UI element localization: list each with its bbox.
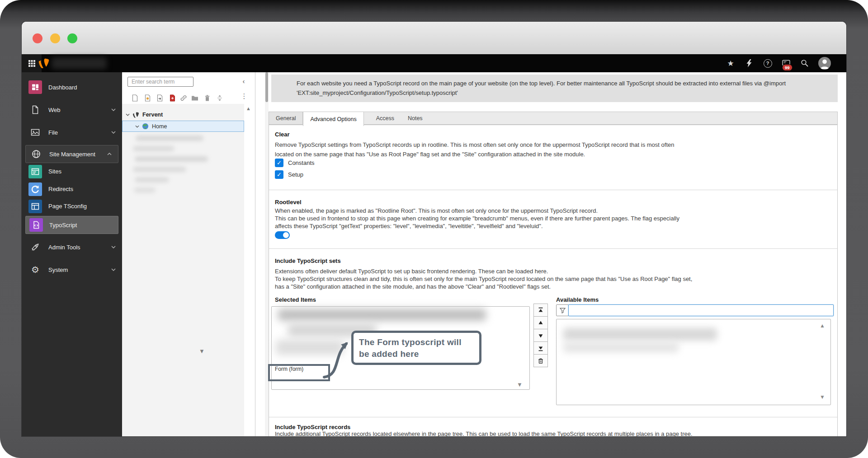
include-sets-section-text: Extensions often deliver default TypoScr… bbox=[275, 267, 692, 290]
tree-node-home-selected[interactable]: Home bbox=[122, 121, 244, 132]
move-down-button[interactable] bbox=[533, 329, 548, 342]
blurred-selected-item bbox=[278, 309, 486, 321]
new-folder-drag-button[interactable] bbox=[190, 93, 200, 103]
sidebar-item-site-management[interactable]: Site Management bbox=[25, 145, 118, 163]
bookmarks-button[interactable]: ★ bbox=[726, 58, 736, 68]
move-top-icon bbox=[537, 307, 544, 314]
move-up-button[interactable] bbox=[533, 316, 548, 329]
rootlevel-toggle-on[interactable] bbox=[275, 231, 290, 239]
sidebar-item-page-tsconfig[interactable]: Page TSconfig bbox=[22, 197, 122, 215]
close-window-button[interactable] bbox=[33, 33, 42, 43]
sidebar-item-label: Site Management bbox=[49, 151, 95, 158]
sidebar-item-label: System bbox=[48, 266, 68, 273]
selected-items-label: Selected Items bbox=[275, 296, 316, 303]
annotation-text-line1: The Form typoscript will bbox=[359, 336, 474, 348]
new-shortcut-drag-button[interactable] bbox=[155, 93, 165, 103]
clear-section-text: Remove TypoScript settings from TypoScri… bbox=[275, 140, 674, 159]
help-button[interactable]: ? bbox=[763, 58, 773, 68]
content-scrollbar-thumb[interactable] bbox=[265, 72, 268, 102]
sidebar-item-label: Web bbox=[48, 107, 61, 113]
page-tsconfig-icon bbox=[28, 200, 42, 213]
clear-section-title: Clear bbox=[275, 131, 290, 138]
gear-icon: ⚙ bbox=[28, 263, 42, 276]
move-to-top-button[interactable] bbox=[533, 304, 548, 317]
collapse-icon: ‹ bbox=[243, 77, 245, 85]
sidebar-item-web[interactable]: Web bbox=[22, 100, 122, 120]
tab-general[interactable]: General bbox=[269, 112, 303, 124]
new-page-drag-button[interactable] bbox=[130, 93, 140, 103]
available-scroll-up-icon[interactable]: ▲ bbox=[820, 322, 825, 329]
sidebar-item-typoscript[interactable]: TypoScript bbox=[25, 216, 118, 234]
split-arrows-icon bbox=[217, 94, 223, 102]
content-scrollbar-track[interactable] bbox=[265, 72, 269, 436]
tree-more-options-button[interactable]: ⋮ bbox=[241, 92, 248, 100]
tree-node-root[interactable]: Fervent bbox=[126, 111, 163, 119]
move-to-bottom-button[interactable] bbox=[533, 341, 548, 355]
notification-badge: 99 bbox=[782, 64, 793, 71]
checkbox-checked-icon[interactable]: ✓ bbox=[275, 159, 283, 167]
tab-access[interactable]: Access bbox=[369, 112, 401, 124]
file-module-icon bbox=[28, 126, 42, 139]
sidebar-item-file[interactable]: File bbox=[22, 122, 122, 142]
annotation-text-line2: be added here bbox=[359, 348, 474, 360]
tab-notes[interactable]: Notes bbox=[401, 112, 429, 124]
tree-scroll-up-indicator[interactable]: ▲ bbox=[246, 106, 251, 111]
backend-main: Dashboard Web File Site Manag bbox=[22, 72, 846, 436]
chevron-down-icon[interactable] bbox=[135, 125, 139, 128]
sites-icon bbox=[28, 165, 42, 178]
module-sidebar: Dashboard Web File Site Manag bbox=[22, 72, 122, 436]
sidebar-item-redirects[interactable]: Redirects bbox=[22, 180, 122, 198]
setup-checkbox-row[interactable]: ✓ Setup bbox=[275, 170, 303, 179]
sidebar-item-admin-tools[interactable]: Admin Tools bbox=[22, 237, 122, 257]
chevron-down-icon bbox=[111, 108, 116, 111]
globe-page-icon bbox=[142, 123, 149, 130]
sidebar-item-label: Dashboard bbox=[48, 84, 77, 91]
sidebar-item-dashboard[interactable]: Dashboard bbox=[22, 77, 122, 97]
page-new-icon bbox=[132, 94, 138, 102]
sidebar-item-label: Sites bbox=[48, 168, 61, 175]
chevron-down-icon bbox=[111, 246, 116, 248]
constants-checkbox-row[interactable]: ✓ Constants bbox=[275, 158, 315, 167]
chevron-down-icon bbox=[111, 268, 116, 271]
new-page-alt-drag-button[interactable] bbox=[142, 93, 152, 103]
search-icon bbox=[801, 59, 809, 67]
include-records-section-title: Include TypoScript records bbox=[275, 424, 350, 430]
blurred-tree-item bbox=[133, 146, 175, 151]
tree-scroll-down-indicator[interactable]: ▼ bbox=[199, 348, 205, 355]
clear-cache-button[interactable] bbox=[744, 58, 754, 68]
page-shortcut-icon bbox=[156, 94, 163, 102]
page-tree-background bbox=[122, 104, 244, 436]
bolt-icon bbox=[746, 59, 752, 67]
selected-list-expand-icon[interactable]: ▼ bbox=[517, 381, 523, 388]
minimize-window-button[interactable] bbox=[50, 33, 60, 43]
move-down-icon bbox=[537, 332, 544, 339]
tab-advanced-options[interactable]: Advanced Options bbox=[303, 112, 363, 126]
include-sets-section-title: Include TypoScript sets bbox=[275, 257, 341, 264]
filter-button[interactable] bbox=[556, 304, 569, 316]
folder-icon bbox=[191, 95, 198, 101]
expand-collapse-tree-button[interactable] bbox=[215, 93, 225, 103]
user-menu-button[interactable] bbox=[818, 57, 831, 70]
delete-drop-button[interactable] bbox=[202, 93, 212, 103]
new-link-drag-button[interactable] bbox=[179, 93, 189, 103]
available-items-filter-input[interactable] bbox=[568, 304, 834, 316]
app-window: ★ ? 99 bbox=[22, 22, 846, 436]
collapse-tree-button[interactable]: ‹ bbox=[240, 77, 248, 85]
record-tabs: General Advanced Options Access Notes bbox=[269, 112, 838, 125]
blurred-tree-item bbox=[134, 187, 156, 193]
remove-item-button[interactable] bbox=[533, 354, 548, 367]
system-information-button[interactable]: 99 bbox=[781, 58, 791, 68]
blurred-available-item bbox=[563, 342, 679, 352]
sidebar-item-sites[interactable]: Sites bbox=[22, 163, 122, 180]
sidebar-item-system[interactable]: ⚙ System bbox=[22, 260, 122, 280]
search-button[interactable] bbox=[800, 58, 810, 68]
chevron-down-icon[interactable] bbox=[126, 113, 130, 116]
available-scroll-down-icon[interactable]: ▼ bbox=[820, 394, 825, 400]
new-page-red-drag-button[interactable] bbox=[167, 93, 177, 103]
move-up-icon bbox=[537, 319, 544, 327]
typo3-topbar: ★ ? 99 bbox=[22, 54, 846, 72]
tree-search-input[interactable] bbox=[127, 77, 193, 87]
blurred-tree-item bbox=[133, 167, 186, 172]
checkbox-checked-icon[interactable]: ✓ bbox=[275, 170, 283, 179]
zoom-window-button[interactable] bbox=[67, 33, 77, 43]
